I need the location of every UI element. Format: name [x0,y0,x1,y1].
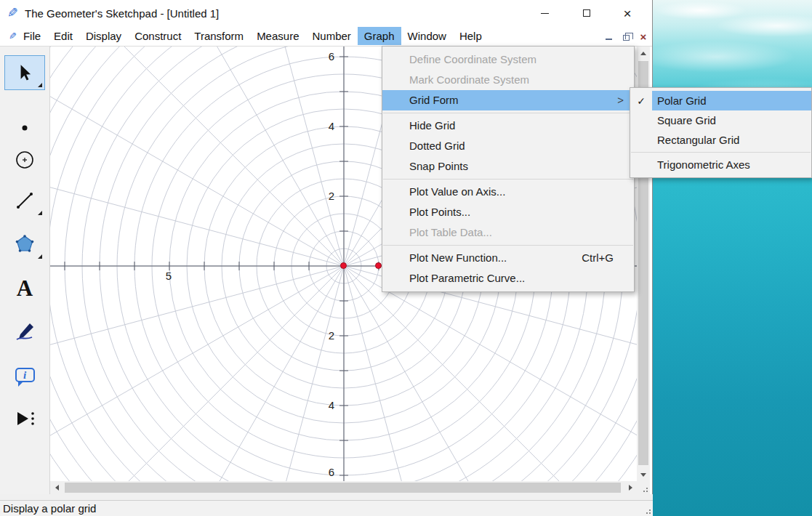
check-icon: ✓ [637,95,646,107]
flyout-indicator-icon [38,211,42,215]
tool-button-straightedge[interactable] [4,183,45,218]
down-arrow-icon [640,473,646,477]
submenu-item-trigonometric-axes[interactable]: Trigonometric Axes [630,155,811,174]
horizontal-scroll-thumb[interactable] [65,483,621,493]
menubar-item-file[interactable]: File [17,27,47,45]
menubar-item-graph[interactable]: Graph [358,27,401,45]
menu-item-plot-table-data: Plot Table Data... [382,222,634,243]
menu-item-plot-new-function[interactable]: Plot New Function... Ctrl+G [382,248,634,268]
mdi-minimize-button[interactable] [600,29,616,44]
menu-item-plot-parametric-curve[interactable]: Plot Parametric Curve... [382,268,634,289]
titlebar: ✎ The Geometer's Sketchpad - [Untitled 1… [0,0,652,26]
y-axis-label: 6 [313,466,334,479]
flyout-indicator-icon [38,254,42,259]
scroll-down-button[interactable] [637,468,650,481]
resize-grip-icon[interactable] [649,512,651,514]
mdi-close-button[interactable]: × [635,29,651,44]
marker-tool-icon [15,321,35,342]
window-title: The Geometer's Sketchpad - [Untitled 1] [25,7,219,20]
right-arrow-icon [629,485,632,491]
menubar-item-help[interactable]: Help [453,27,489,45]
compass-tool-icon [15,150,35,170]
x-axis-label: 5 [160,270,177,283]
menubar: ✎ File Edit Display Construct Transform … [0,26,652,47]
y-axis-label: 2 [313,190,334,203]
tool-button-point[interactable] [4,110,45,145]
tool-button-polygon[interactable] [4,227,45,262]
desktop-wallpaper [653,0,812,516]
menubar-item-measure[interactable]: Measure [250,27,305,45]
straightedge-tool-icon [15,191,34,210]
mdi-restore-icon [623,35,630,41]
document-icon: ✎ [9,31,17,41]
menu-separator [631,152,811,153]
plotted-point-unit[interactable] [375,262,382,269]
menu-item-grid-form[interactable]: Grid Form > [382,90,634,110]
minimize-button[interactable] [532,4,557,22]
minimize-icon [541,13,549,14]
tool-button-custom-tool[interactable] [4,401,45,436]
maximize-icon [583,9,590,17]
menubar-item-window[interactable]: Window [401,27,453,45]
mdi-restore-button[interactable] [618,29,634,44]
close-button[interactable]: × [615,4,640,22]
mdi-close-icon: × [640,31,647,42]
graph-menu: Define Coordinate System Mark Coordinate… [382,46,635,292]
menu-item-dotted-grid[interactable]: Dotted Grid [382,136,634,156]
submenu-item-square-grid[interactable]: Square Grid [630,110,811,130]
menu-item-plot-points[interactable]: Plot Points... [382,202,634,222]
scroll-right-button[interactable] [624,481,637,494]
maximize-button[interactable] [574,4,599,22]
menu-item-define-coordinate-system: Define Coordinate System [382,49,634,70]
left-arrow-icon [55,485,59,491]
menu-separator [383,245,633,246]
submenu-item-polar-grid[interactable]: ✓ Polar Grid [630,91,811,110]
menu-item-snap-points[interactable]: Snap Points [382,156,634,177]
menubar-item-edit[interactable]: Edit [47,27,79,45]
menubar-item-transform[interactable]: Transform [188,27,250,45]
y-axis-label: 4 [313,399,334,412]
horizontal-scrollbar[interactable] [50,481,637,494]
y-axis-label: 6 [313,50,334,63]
menu-separator [383,113,633,113]
submenu-arrow-icon: > [617,90,624,110]
tool-button-information[interactable]: i [4,358,45,392]
custom-tool-icon [13,409,36,428]
grid-form-submenu: ✓ Polar Grid Square Grid Rectangular Gri… [630,87,812,178]
menu-separator [383,179,633,180]
menubar-item-construct[interactable]: Construct [128,27,188,45]
information-tool-icon: i [15,368,35,382]
tool-button-selection-arrow[interactable] [4,55,45,90]
scroll-up-button[interactable] [637,47,650,60]
statusbar: Display a polar grid [0,500,653,516]
menu-item-hide-grid[interactable]: Hide Grid [382,116,634,136]
resize-grip-icon[interactable] [646,491,648,492]
close-icon: × [623,7,631,20]
tool-button-marker[interactable] [4,314,45,349]
status-message: Display a polar grid [3,502,96,515]
up-arrow-icon [640,52,646,55]
toolbox: A i [0,47,50,494]
polygon-tool-icon [15,234,35,254]
shortcut-label: Ctrl+G [582,248,614,268]
menubar-item-display[interactable]: Display [79,27,128,45]
scroll-left-button[interactable] [50,481,63,494]
scroll-corner [637,481,650,494]
text-tool-icon: A [17,277,33,299]
selection-arrow-icon [15,63,34,82]
plotted-point-origin[interactable] [340,262,347,269]
y-axis-label: 4 [313,120,334,133]
menubar-item-number[interactable]: Number [305,27,357,45]
menu-item-plot-value-on-axis[interactable]: Plot Value on Axis... [382,182,634,202]
point-tool-icon [16,119,33,137]
submenu-item-rectangular-grid[interactable]: Rectangular Grid [630,130,811,150]
tool-button-compass[interactable] [4,142,45,177]
app-icon: ✎ [7,5,18,21]
tool-button-text[interactable]: A [4,270,45,305]
window-frame-strip [0,494,653,500]
flyout-indicator-icon [38,83,42,87]
menu-item-mark-coordinate-system: Mark Coordinate System [382,70,634,90]
y-axis-label: 2 [313,329,334,342]
mdi-minimize-icon [606,39,612,40]
screen: ✎ The Geometer's Sketchpad - [Untitled 1… [0,0,812,516]
